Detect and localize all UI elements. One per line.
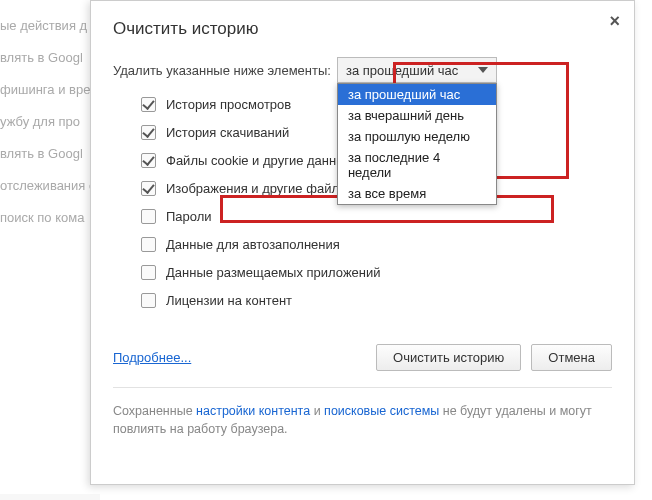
time-range-dropdown: за прошедший часза вчерашний деньза прош… [337,83,497,205]
checkbox-label: История просмотров [166,97,291,112]
time-range-option[interactable]: за прошедший час [338,84,496,105]
checkbox-row: Лицензии на контент [141,293,612,308]
content-settings-link[interactable]: настройки контента [196,404,310,418]
search-engines-link[interactable]: поисковые системы [324,404,439,418]
checkbox-label: Лицензии на контент [166,293,292,308]
checkbox-label: Пароли [166,209,212,224]
cancel-button[interactable]: Отмена [531,344,612,371]
checkbox[interactable] [141,237,156,252]
checkbox[interactable] [141,181,156,196]
time-range-option[interactable]: за последние 4 недели [338,147,496,183]
more-link[interactable]: Подробнее... [113,350,191,365]
bg-text: фишинга и вре [0,74,100,106]
bg-text: ужбу для про [0,106,100,138]
clear-history-dialog: × Очистить историю Удалить указанные ниж… [90,0,635,485]
footer-note: Сохраненные настройки контента и поисков… [113,402,612,438]
checkbox-label: Данные для автозаполнения [166,237,340,252]
checkbox-label: История скачиваний [166,125,289,140]
time-range-select[interactable]: за прошедший час [337,57,497,83]
checkbox-row: Данные размещаемых приложений [141,265,612,280]
clear-history-button[interactable]: Очистить историю [376,344,521,371]
checkbox-label: Данные размещаемых приложений [166,265,381,280]
checkbox-row: Данные для автозаполнения [141,237,612,252]
bg-text: ые действия д [0,10,100,42]
checkbox[interactable] [141,265,156,280]
time-range-option[interactable]: за вчерашний день [338,105,496,126]
checkbox[interactable] [141,125,156,140]
background-settings: ые действия двлять в Googlфишинга и вреу… [0,0,100,500]
checkbox[interactable] [141,209,156,224]
prompt-label: Удалить указанные ниже элементы: [113,63,331,78]
bg-text: влять в Googl [0,138,100,170]
checkbox[interactable] [141,293,156,308]
dialog-title: Очистить историю [113,19,612,39]
checkbox-row: Пароли [141,209,612,224]
checkbox[interactable] [141,97,156,112]
select-value: за прошедший час [346,63,458,78]
bg-text: влять в Googl [0,42,100,74]
close-icon[interactable]: × [609,11,620,32]
bg-text: поиск по кома [0,202,100,234]
time-range-option[interactable]: за прошлую неделю [338,126,496,147]
bg-text: отслеживания с [0,170,100,202]
checkbox[interactable] [141,153,156,168]
time-range-option[interactable]: за все время [338,183,496,204]
chevron-down-icon [478,67,488,73]
